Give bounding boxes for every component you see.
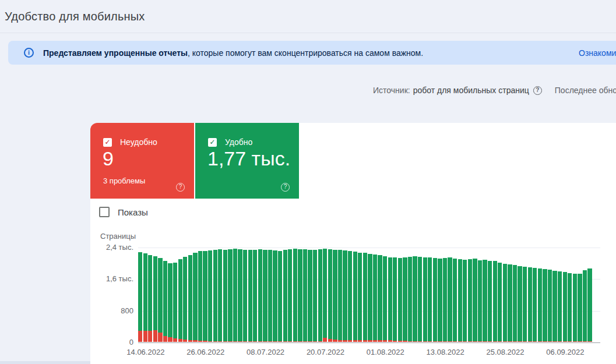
chart-bar[interactable]: [258, 249, 262, 342]
chart-bar[interactable]: [318, 249, 322, 342]
chart-bar[interactable]: [273, 250, 277, 342]
chart-bar[interactable]: [278, 251, 282, 342]
chart-bar[interactable]: [488, 261, 492, 342]
help-icon[interactable]: ?: [176, 183, 185, 192]
chart-bar[interactable]: [498, 263, 502, 342]
pass-checkbox-checked[interactable]: ✓: [208, 138, 217, 147]
chart-bar[interactable]: [173, 263, 177, 342]
chart-bar[interactable]: [263, 250, 267, 342]
chart-bar[interactable]: [478, 260, 482, 342]
question-circle-icon[interactable]: ?: [533, 86, 542, 95]
chart-bar[interactable]: [403, 257, 407, 342]
chart-bar[interactable]: [308, 250, 312, 342]
chart-bar[interactable]: [438, 259, 442, 342]
chart-bar[interactable]: [248, 250, 252, 342]
chart-bar[interactable]: [203, 251, 207, 342]
chart-bar[interactable]: [188, 255, 192, 342]
chart-bar[interactable]: [213, 250, 217, 342]
chart-bar[interactable]: [328, 249, 332, 342]
chart-bar[interactable]: [538, 268, 542, 342]
chart-bar[interactable]: [423, 257, 427, 342]
chart-bar[interactable]: [483, 260, 487, 342]
chart-bar[interactable]: [268, 250, 272, 342]
chart-bar[interactable]: [323, 249, 327, 342]
chart-bar[interactable]: [368, 254, 372, 342]
chart-bar[interactable]: [583, 270, 587, 342]
chart-bar[interactable]: [503, 264, 507, 342]
chart-bar[interactable]: [552, 271, 557, 342]
chart-bar[interactable]: [363, 253, 367, 342]
chart-bar[interactable]: [193, 253, 197, 342]
chart-bar[interactable]: [448, 257, 452, 342]
chart-bar[interactable]: [358, 253, 362, 342]
chart-bar[interactable]: [228, 249, 232, 342]
chart-bar[interactable]: [468, 259, 472, 342]
chart-bar[interactable]: [168, 263, 172, 342]
chart-bar[interactable]: [463, 260, 467, 342]
chart-bar[interactable]: [473, 259, 477, 342]
chart-bar[interactable]: [343, 250, 347, 342]
chart-bar[interactable]: [223, 250, 227, 342]
chart-bar[interactable]: [383, 256, 387, 342]
chart-bar[interactable]: [523, 267, 527, 342]
chart-bar[interactable]: [183, 257, 187, 342]
chart-bar[interactable]: [543, 269, 547, 342]
chart-bar[interactable]: [353, 252, 357, 342]
chart-bar[interactable]: [233, 249, 237, 342]
summary-tile-pass[interactable]: ✓ Удобно 1,77 тыс. ?: [195, 123, 299, 199]
chart-bar[interactable]: [198, 251, 202, 342]
chart-bar[interactable]: [408, 257, 412, 342]
chart-bar[interactable]: [378, 255, 382, 342]
chart-bar[interactable]: [518, 266, 522, 342]
chart-bar[interactable]: [143, 253, 147, 342]
chart-bar[interactable]: [253, 250, 257, 342]
chart-bar[interactable]: [578, 274, 582, 342]
chart-bar[interactable]: [393, 257, 397, 342]
chart-bar[interactable]: [528, 267, 532, 342]
chart-bar[interactable]: [513, 265, 517, 342]
chart-bar[interactable]: [508, 264, 512, 342]
help-icon[interactable]: ?: [281, 183, 290, 192]
chart-bar[interactable]: [238, 249, 242, 342]
chart-bar[interactable]: [398, 258, 402, 342]
banner-learn-more-link[interactable]: Ознакомиться: [579, 48, 616, 58]
chart-bar[interactable]: [568, 273, 572, 342]
chart-bar[interactable]: [153, 256, 157, 342]
chart-bar[interactable]: [587, 268, 592, 342]
chart-bar[interactable]: [283, 250, 287, 342]
chart-bar[interactable]: [388, 257, 392, 342]
chart-bar[interactable]: [458, 259, 462, 342]
summary-tile-fail[interactable]: ✓ Неудобно 9 3 проблемы ?: [90, 123, 194, 199]
chart-bar[interactable]: [178, 259, 182, 342]
fail-checkbox-checked[interactable]: ✓: [103, 138, 112, 147]
chart-bar[interactable]: [163, 261, 167, 342]
chart-bar[interactable]: [348, 251, 352, 342]
chart-bar[interactable]: [428, 257, 432, 342]
chart-bar[interactable]: [493, 261, 497, 342]
chart-bar[interactable]: [443, 258, 447, 342]
chart-bar[interactable]: [138, 252, 142, 342]
chart-bar[interactable]: [413, 256, 417, 342]
chart-bar[interactable]: [338, 250, 342, 342]
chart-bar[interactable]: [313, 250, 317, 342]
chart-bar[interactable]: [288, 249, 292, 342]
chart-bar[interactable]: [558, 271, 562, 342]
chart-bar[interactable]: [293, 249, 297, 342]
chart-bar[interactable]: [298, 249, 302, 342]
chart-bar[interactable]: [433, 258, 437, 342]
chart-bar[interactable]: [333, 250, 337, 342]
chart-bar[interactable]: [533, 268, 537, 342]
chart-bar[interactable]: [208, 250, 212, 342]
chart-bar[interactable]: [373, 255, 377, 342]
chart-bar[interactable]: [563, 272, 567, 342]
chart-bar[interactable]: [453, 259, 457, 342]
chart-bar[interactable]: [148, 255, 152, 342]
chart-bar[interactable]: [548, 270, 552, 342]
chart-bar[interactable]: [243, 250, 247, 342]
chart-bar[interactable]: [573, 274, 577, 342]
impressions-checkbox-unchecked[interactable]: [99, 207, 110, 217]
chart-bar[interactable]: [418, 257, 422, 342]
chart-bar[interactable]: [158, 258, 162, 342]
chart-bar[interactable]: [303, 249, 307, 342]
chart-bar[interactable]: [218, 249, 222, 342]
